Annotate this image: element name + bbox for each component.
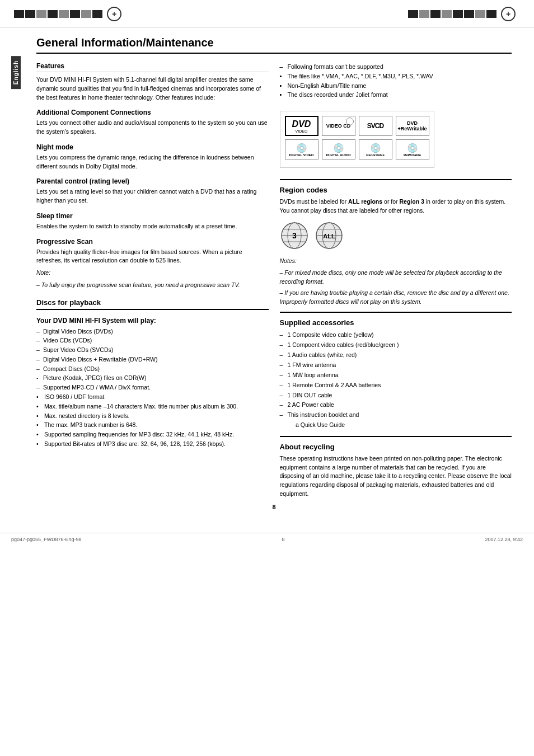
features-heading: Features — [36, 62, 269, 72]
pattern-bars-left — [14, 10, 102, 18]
list-item: Max. title/album name –14 characters Max… — [36, 402, 269, 411]
two-column-layout: Features Your DVD MINI HI-FI System with… — [36, 62, 512, 501]
supplied-accessories-section: Supplied accessories 1 Composite video c… — [280, 312, 512, 430]
disc-recordable-logo: 💿 Recordable — [359, 139, 392, 159]
list-item: Video CDs (VCDs) — [36, 336, 269, 345]
svg-text:ALL: ALL — [323, 233, 335, 240]
list-item: 1 Remote Control & 2 AAA batteries — [280, 381, 512, 391]
note-label: Note: — [36, 269, 269, 278]
list-item: 1 MW loop antenna — [280, 370, 512, 381]
top-decoration: + + — [0, 0, 534, 28]
supplied-heading: Supplied accessories — [280, 318, 512, 327]
svcd-logo: SVCD — [359, 116, 392, 136]
disc-rewritable-logo: 💿 ReWritable — [396, 139, 429, 159]
region-codes-title: Region codes — [280, 186, 512, 194]
logo-row-2: 💿 DIGITAL VIDEO 💿 DIGITAL AUDIO 💿 Record… — [285, 139, 429, 159]
bar-r6 — [464, 10, 474, 18]
dvdrw-logo: DVD +ReWritable — [396, 116, 429, 136]
features-body: Your DVD MINI HI-FI System with 5.1-chan… — [36, 76, 269, 102]
bar-r5 — [453, 10, 463, 18]
list-item: Digital Video Discs (DVDs) — [36, 327, 269, 336]
format-logo-grid: DVD VIDEO VIDEO CD SVCD — [280, 111, 434, 168]
page-wrapper: + + English General Information/Maintena… — [0, 0, 534, 756]
progressive-scan-text: Provides high quality flicker-free image… — [36, 248, 269, 266]
progressive-scan-heading: Progressive Scan — [36, 238, 269, 246]
list-item: •Non-English Album/Title name — [280, 81, 512, 91]
bar-8 — [92, 10, 102, 18]
dvd-logo: DVD VIDEO — [285, 116, 318, 136]
disc-play-list: Digital Video Discs (DVDs) Video CDs (VC… — [36, 327, 269, 449]
list-item: 1 Composite video cable (yellow) — [280, 330, 512, 340]
recycling-section: About recycling These operating instruct… — [280, 436, 512, 499]
list-item: •The discs recorded under Joliet format — [280, 90, 512, 100]
list-item: –Following formats can't be supported — [280, 62, 512, 72]
list-item: Super Video CDs (SVCDs) — [36, 345, 269, 355]
sleep-timer-heading: Sleep timer — [36, 212, 269, 220]
sleep-timer-text: Enables the system to switch to standby … — [36, 222, 269, 231]
region3-bold: Region 3 — [399, 198, 424, 205]
list-item: 2 AC Power cable — [280, 400, 512, 410]
list-item: Compact Discs (CDs) — [36, 364, 269, 374]
bar-r8 — [486, 10, 496, 18]
bar-r1 — [408, 10, 418, 18]
list-item: ISO 9660 / UDF format — [36, 392, 269, 402]
bar-r7 — [475, 10, 485, 18]
additional-component-heading: Additional Component Connections — [36, 109, 269, 116]
sidebar-language-label: English — [11, 56, 21, 89]
list-item: 1 Audio cables (white, red) — [280, 350, 512, 360]
bottom-bar: pg047-pg055_FWD876-Eng-98 8 2007.12.28, … — [0, 533, 534, 546]
left-column: Features Your DVD MINI HI-FI System with… — [36, 62, 269, 501]
accessories-list: 1 Composite video cable (yellow) 1 Compo… — [280, 330, 512, 430]
discs-heading: Discs for playback — [36, 298, 269, 310]
list-item: •The files like *.VMA, *.AAC, *.DLF, *.M… — [280, 72, 512, 81]
region-note-1: – For mixed mode discs, only one mode wi… — [280, 269, 512, 287]
footer-center: 8 — [282, 537, 285, 542]
parental-control-heading: Parental control (rating level) — [36, 177, 269, 185]
additional-component-text: Lets you connect other audio and audio/v… — [36, 119, 269, 137]
bar-3 — [36, 10, 46, 18]
bar-2 — [25, 10, 35, 18]
list-item: Max. nested directory is 8 levels. — [36, 411, 269, 421]
all-regions-bold: ALL regions — [348, 198, 382, 205]
disc-digital-audio-logo: 💿 DIGITAL AUDIO — [322, 139, 355, 159]
footer-right: 2007.12.28, 9:42 — [485, 537, 523, 542]
list-item: Supported Bit-rates of MP3 disc are: 32,… — [36, 439, 269, 449]
bar-4 — [48, 10, 58, 18]
region-icons: 3 ALL — [280, 221, 512, 251]
list-item: 1 DIN OUT cable — [280, 391, 512, 401]
crosshair-icon-right: + — [501, 7, 516, 21]
bar-5 — [59, 10, 69, 18]
region-globe-svg: 3 — [280, 221, 309, 250]
footer-left: pg047-pg055_FWD876-Eng-98 — [11, 537, 82, 542]
region-note-2: – If you are having trouble playing a ce… — [280, 289, 512, 307]
region-codes-text: DVDs must be labeled for ALL regions or … — [280, 198, 512, 215]
dvd-system-heading: Your DVD MINI HI-FI System will play: — [36, 317, 269, 325]
region-codes-section: Region codes DVDs must be labeled for AL… — [280, 179, 512, 306]
region-all-svg: ALL — [315, 221, 344, 250]
bar-7 — [81, 10, 91, 18]
bar-6 — [70, 10, 80, 18]
main-content: General Information/Maintenance Features… — [31, 28, 517, 522]
list-item: 1 Compoent video cables (red/blue/green … — [280, 340, 512, 350]
crosshair-icon-left: + — [107, 7, 121, 21]
night-mode-heading: Night mode — [36, 143, 269, 151]
bar-r3 — [430, 10, 441, 18]
bar-r2 — [419, 10, 429, 18]
list-item: 1 FM wire antenna — [280, 360, 512, 370]
logo-row-1: DVD VIDEO VIDEO CD SVCD — [285, 116, 429, 136]
right-column: –Following formats can't be supported •T… — [280, 62, 512, 501]
list-item: Picture (Kodak, JPEG) files on CDR(W) — [36, 373, 269, 383]
list-item: Supported sampling frequencies for MP3 d… — [36, 430, 269, 439]
bar-1 — [14, 10, 24, 18]
page-title: General Information/Maintenance — [36, 36, 512, 54]
recycling-text: These operating instructions have been p… — [280, 454, 512, 499]
svg-text:3: 3 — [292, 231, 297, 240]
region-notes-label: Notes: — [280, 257, 512, 266]
note-text: – To fully enjoy the progressive scan fe… — [36, 281, 269, 290]
recycling-title: About recycling — [280, 443, 512, 451]
region-all-container: ALL — [315, 221, 344, 251]
night-mode-text: Lets you compress the dynamic range, red… — [36, 153, 269, 171]
cant-support-list: –Following formats can't be supported •T… — [280, 62, 512, 100]
region-globe-container: 3 — [280, 221, 309, 251]
list-item: Supported MP3-CD / WMA / DivX format. — [36, 383, 269, 392]
